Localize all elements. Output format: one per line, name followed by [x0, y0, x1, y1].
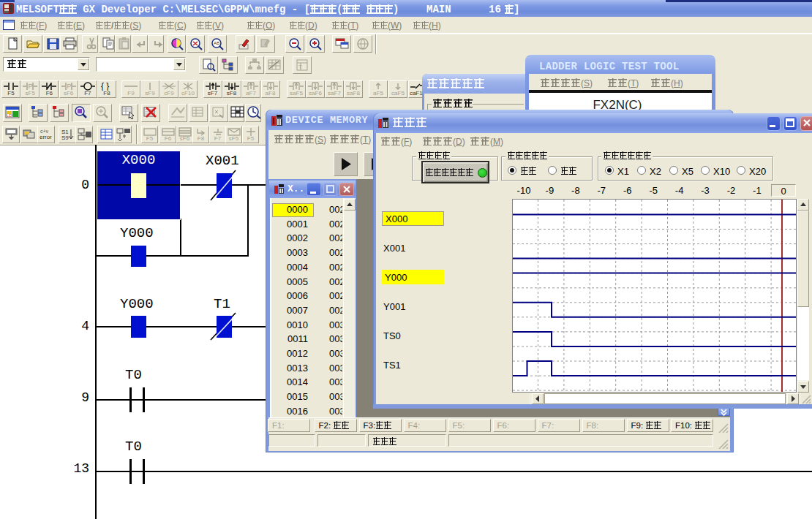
svg-text:S9: S9: [61, 135, 69, 141]
svg-text:P: P: [67, 83, 71, 90]
svg-text:error: error: [40, 134, 52, 140]
svg-text:LD: LD: [7, 113, 12, 118]
svg-text:T: T: [298, 64, 302, 70]
svg-text:P: P: [29, 83, 33, 90]
svg-text:AB: AB: [214, 41, 219, 45]
svg-text:c+v: c+v: [40, 129, 49, 134]
